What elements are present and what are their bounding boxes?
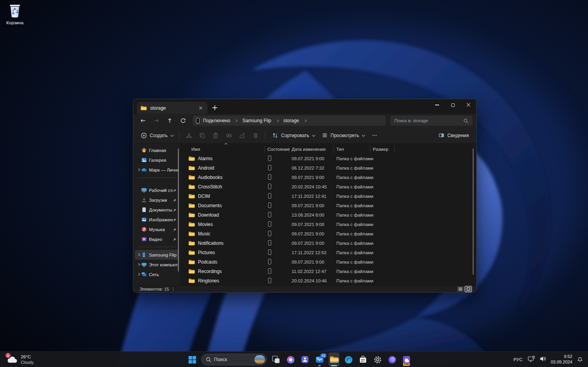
file-row[interactable]: Podcasts 09.07.2021 9:00 Папка с файлами <box>183 257 476 267</box>
edge-dev-button[interactable] <box>387 353 397 367</box>
column-header-date[interactable]: Дата изменения <box>289 146 334 153</box>
large-icons-view-button[interactable] <box>465 286 472 292</box>
expand-chevron-icon[interactable] <box>136 273 140 275</box>
volume-tray-icon[interactable] <box>539 356 546 363</box>
file-row[interactable]: Download 13.08.2024 8:00 Папка с файлами <box>183 210 476 220</box>
clock[interactable]: 9:52 03.09.2024 <box>551 354 572 365</box>
file-date: 13.08.2024 8:00 <box>289 213 334 217</box>
breadcrumb-folder[interactable]: storage <box>281 117 302 124</box>
sidebar-item-network[interactable]: Сеть <box>135 269 179 279</box>
pin-icon <box>173 236 176 243</box>
file-row[interactable]: Notifications 09.07.2021 9:00 Папка с фа… <box>183 239 476 248</box>
outlook-button[interactable]: 43 <box>314 353 325 367</box>
maximize-button[interactable] <box>445 99 461 111</box>
sidebar-item-home[interactable]: Главная <box>135 145 179 155</box>
preview-app-button[interactable]: PRE <box>401 353 412 367</box>
expand-chevron-icon[interactable] <box>136 264 140 266</box>
tab-storage[interactable]: storage <box>137 102 207 114</box>
breadcrumb-device[interactable]: Samsung Flip <box>240 117 274 124</box>
view-button-label: Просмотреть <box>330 133 359 138</box>
edge-button[interactable] <box>343 353 354 367</box>
sidebar-item-pictures[interactable]: Изображени <box>135 215 179 224</box>
sidebar-item-onedrive[interactable]: Марк — Лично <box>135 165 179 175</box>
column-header-size[interactable]: Размер <box>370 146 395 153</box>
paste-button[interactable] <box>209 130 222 141</box>
new-button[interactable]: Создать <box>137 130 176 141</box>
back-button[interactable] <box>137 115 149 126</box>
sidebar-item-videos[interactable]: Видео <box>135 234 179 244</box>
refresh-button[interactable] <box>177 115 189 126</box>
file-explorer-button[interactable] <box>328 353 339 367</box>
sidebar-item-label: Samsung Flip <box>149 253 179 257</box>
details-pane-button[interactable]: Сведения <box>435 130 472 141</box>
view-button[interactable]: Просмотреть <box>318 130 367 141</box>
chevron-right-icon[interactable] <box>304 119 307 122</box>
copy-button[interactable] <box>196 130 209 141</box>
details-view-button[interactable] <box>457 286 464 292</box>
file-date: 11.02.2022 12:47 <box>289 269 334 274</box>
sidebar-item-this-pc[interactable]: Этот компьюте <box>135 260 179 269</box>
close-button[interactable] <box>461 99 476 111</box>
file-date: 17.11.2022 12:53 <box>289 250 334 255</box>
file-row[interactable]: Recordings 11.02.2022 12:47 Папка с файл… <box>183 267 476 276</box>
delete-button[interactable] <box>249 130 262 141</box>
language-indicator[interactable]: РУС <box>513 357 523 362</box>
file-list-scrollbar[interactable] <box>473 148 474 275</box>
chevron-right-icon[interactable] <box>276 119 279 122</box>
notification-bell-icon[interactable] <box>577 356 583 364</box>
file-row[interactable]: Documents 09.07.2021 9:00 Папка с файлам… <box>183 201 476 210</box>
expand-chevron-icon[interactable] <box>136 169 140 171</box>
pin-icon <box>173 216 176 223</box>
copilot-button[interactable] <box>285 353 296 367</box>
sidebar-item-music[interactable]: Музыка <box>135 224 179 234</box>
start-button[interactable] <box>187 353 198 367</box>
teams-button[interactable] <box>299 353 310 367</box>
file-row[interactable]: CrossStitch 20.02.2024 10:45 Папка с фай… <box>183 182 476 192</box>
sidebar-item-desktop[interactable]: Рабочий сто <box>135 185 179 195</box>
tab-close-icon[interactable] <box>198 105 204 111</box>
chevron-right-icon[interactable] <box>235 119 238 122</box>
sidebar-item-downloads[interactable]: Загрузки <box>135 195 179 205</box>
sidebar-item-samsung-flip[interactable]: Samsung Flip <box>135 250 179 260</box>
new-tab-button[interactable] <box>210 103 220 113</box>
file-row[interactable]: Pictures 17.11.2022 12:53 Папка с файлам… <box>183 248 476 257</box>
file-row[interactable]: Audiobooks 09.07.2021 9:00 Папка с файла… <box>183 173 476 182</box>
breadcrumb[interactable]: Подключено Samsung Flip storage <box>193 116 386 126</box>
file-row[interactable]: Music 09.07.2021 9:00 Папка с файлами <box>183 229 476 239</box>
file-row[interactable]: Movies 09.07.2021 9:00 Папка с файлами <box>183 220 476 229</box>
sort-button[interactable]: Сортировать <box>269 130 318 141</box>
column-header-status[interactable]: Состояние <box>265 146 289 153</box>
sidebar-item-documents[interactable]: Документы <box>135 205 179 215</box>
file-row[interactable]: Alarms 09.07.2021 9:00 Папка с файлами <box>183 154 476 163</box>
file-explorer-window: storage Подключено Samsung Flip <box>133 99 477 293</box>
search-input[interactable]: Поиск в: storage <box>390 116 472 126</box>
file-type: Папка с файлами <box>334 203 370 208</box>
column-header-type[interactable]: Тип <box>334 146 370 153</box>
store-button[interactable] <box>358 353 368 367</box>
file-name: Audiobooks <box>198 175 223 180</box>
file-row[interactable]: Android 06.12.2022 7:32 Папка с файлами <box>183 163 476 173</box>
file-name: Notifications <box>198 240 223 246</box>
more-options-button[interactable] <box>368 130 381 141</box>
minimize-button[interactable] <box>429 99 445 111</box>
sidebar-scrollbar[interactable] <box>178 148 179 271</box>
recycle-bin[interactable]: Корзина <box>2 2 27 25</box>
forward-button[interactable] <box>151 115 162 126</box>
rename-button[interactable] <box>223 130 235 141</box>
settings-button[interactable] <box>372 353 383 367</box>
column-header-name[interactable]: Имя <box>183 146 265 153</box>
file-row[interactable]: Ringtones 20.02.2024 10:46 Папка с файла… <box>183 276 476 286</box>
file-row[interactable]: DCIM 17.11.2022 12:41 Папка с файлами <box>183 192 476 201</box>
weather-widget[interactable]: 1 26°C Cloudy <box>4 352 36 367</box>
share-button[interactable] <box>236 130 249 141</box>
home-icon <box>140 147 147 153</box>
network-tray-icon[interactable] <box>528 356 535 364</box>
expand-chevron-icon[interactable] <box>136 254 140 256</box>
taskbar-search[interactable]: Поиск <box>201 354 267 365</box>
sidebar-item-gallery[interactable]: Галерея <box>135 155 179 165</box>
cut-button[interactable] <box>183 130 195 141</box>
breadcrumb-status[interactable]: Подключено <box>200 117 233 124</box>
up-button[interactable] <box>164 115 176 126</box>
task-view-button[interactable] <box>270 353 281 367</box>
sort-icon <box>272 132 278 139</box>
